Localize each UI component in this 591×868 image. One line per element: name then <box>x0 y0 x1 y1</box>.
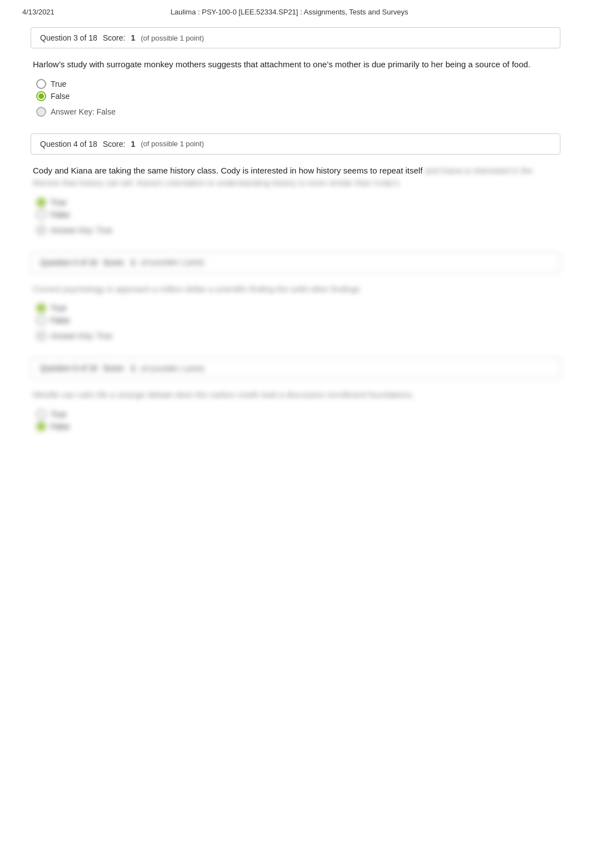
option-6-b: False <box>36 421 560 431</box>
question-block-4: Question 4 of 18 Score: 1 (of possible 1… <box>31 133 560 235</box>
question-5-label: Question 5 of 18 <box>40 258 97 267</box>
question-header-5: Question 5 of 18 Score: 1 (of possible 1… <box>31 252 560 273</box>
answer-key-icon <box>36 107 46 117</box>
answer-key-5-icon <box>36 331 46 341</box>
radio-4-a <box>36 197 46 207</box>
radio-5-b <box>36 315 46 325</box>
question-4-label: Question 4 of 18 <box>40 140 97 148</box>
question-header-3: Question 3 of 18 Score: 1 (of possible 1… <box>31 27 560 48</box>
option-false-text: False <box>51 92 70 101</box>
radio-6-a <box>36 409 46 419</box>
radio-true <box>36 79 46 89</box>
question-4-options: True False <box>36 197 560 220</box>
option-4-b: False <box>36 210 560 220</box>
answer-key-4-text: Answer Key: True <box>51 226 112 235</box>
question-block-3: Question 3 of 18 Score: 1 (of possible 1… <box>31 27 560 117</box>
question-header-6: Question 6 of 18 Score: 1 (of possible 1… <box>31 358 560 379</box>
question-4-possible: (of possible 1 point) <box>141 140 204 148</box>
option-true-text: True <box>51 80 66 88</box>
question-3-score-value: 1 <box>131 33 135 42</box>
question-4-answer-key: Answer Key: True <box>36 225 560 235</box>
radio-false <box>36 91 46 101</box>
question-3-options: True False <box>36 79 560 101</box>
question-6-body: Mireille can calm life a strange debate … <box>31 389 560 401</box>
question-5-answer-key: Answer Key: True <box>36 331 560 341</box>
radio-5-a <box>36 303 46 313</box>
question-5-options: True False <box>36 303 560 325</box>
option-false: False <box>36 91 560 101</box>
option-6-a: True <box>36 409 560 419</box>
question-4-score-label: Score: <box>103 140 125 148</box>
option-4-a: True <box>36 197 560 207</box>
page-title: Laulima : PSY-100-0 [LEE.52334.SP21] : A… <box>170 8 408 16</box>
option-true: True <box>36 79 560 89</box>
question-block-6: Question 6 of 18 Score: 1 (of possible 1… <box>31 358 560 431</box>
main-content: Question 3 of 18 Score: 1 (of possible 1… <box>0 22 591 470</box>
question-5-body: Current psychology is approach a million… <box>31 283 560 296</box>
question-6-options: True False <box>36 409 560 431</box>
question-block-5: Question 5 of 18 Score: 1 (of possible 1… <box>31 252 560 341</box>
page-date: 4/13/2021 <box>22 8 55 16</box>
question-4-score-value: 1 <box>131 140 135 148</box>
question-3-label: Question 3 of 18 <box>40 33 97 42</box>
question-3-answer-key: Answer Key: False <box>36 107 560 117</box>
option-5-b: False <box>36 315 560 325</box>
question-3-possible: (of possible 1 point) <box>141 34 204 42</box>
question-3-body: Harlow’s study with surrogate monkey mot… <box>31 58 560 71</box>
answer-key-text: Answer Key: False <box>51 107 116 116</box>
question-4-body: Cody and Kiana are taking the same histo… <box>31 165 560 190</box>
option-5-a: True <box>36 303 560 313</box>
question-header-4: Question 4 of 18 Score: 1 (of possible 1… <box>31 133 560 155</box>
question-3-score-label: Score: <box>103 33 125 42</box>
radio-6-b <box>36 421 46 431</box>
radio-4-b <box>36 210 46 220</box>
answer-key-4-icon <box>36 225 46 235</box>
page-header: 4/13/2021 Laulima : PSY-100-0 [LEE.52334… <box>0 0 591 22</box>
